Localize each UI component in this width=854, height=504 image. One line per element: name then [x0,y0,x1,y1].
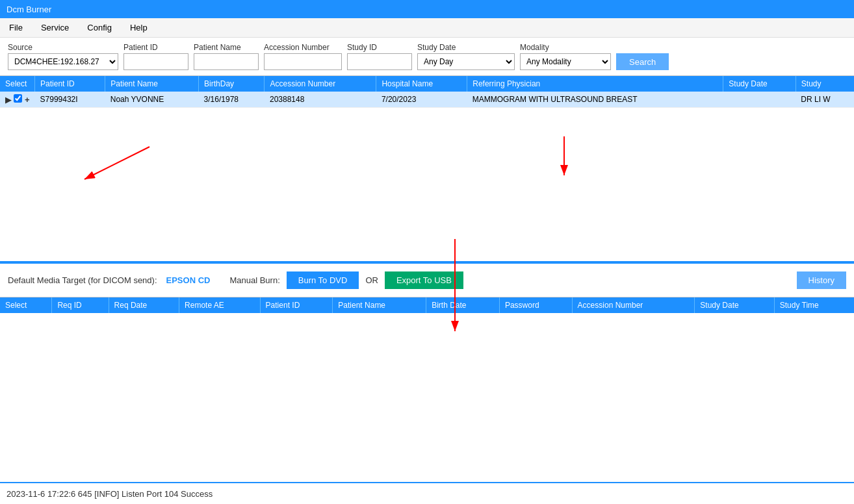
modality-label: Modality [520,43,611,52]
queue-col-select: Select [0,297,52,313]
queue-col-req-id: Req ID [52,297,109,313]
patient-name-label: Patient Name [194,43,259,52]
accession-input[interactable] [264,53,342,70]
queue-col-accession: Accession Number [572,297,695,313]
action-bar: Default Media Target (for DICOM send): E… [0,262,854,297]
manual-burn-label: Manual Burn: [229,275,279,285]
bottom-table-header: Select Req ID Req Date Remote AE Patient… [0,297,854,313]
row-plus: + [25,95,30,105]
epson-cd-link[interactable]: EPSON CD [166,275,211,285]
menu-service[interactable]: Service [37,21,73,34]
source-label: Source [8,43,118,52]
row-checkbox[interactable] [14,95,25,105]
queue-col-patient-id: Patient ID [260,297,333,313]
table-row[interactable]: ▶ + S7999432I Noah YVONNE 3/16/1978 2038… [0,92,854,108]
col-study: Study [796,76,854,92]
patient-name-input[interactable] [194,53,259,70]
status-message: 2023-11-6 17:22:6 645 [INFO] Listen Port… [6,489,213,499]
hospital-cell: 7/20/2023 [376,92,467,108]
menu-config[interactable]: Config [83,21,116,34]
accession-label: Accession Number [264,43,342,52]
study-id-label: Study ID [347,43,412,52]
queue-col-study-date: Study Date [695,297,774,313]
col-birthday: BirthDay [199,76,265,92]
search-button[interactable]: Search [616,53,669,70]
burn-dvd-button[interactable]: Burn To DVD [287,271,359,289]
referring-cell: MAMMOGRAM WITH ULTRASOUND BREAST [467,92,723,108]
modality-select[interactable]: Any Modality CT MR US [520,53,611,70]
col-select: Select [0,76,35,92]
search-panel: Source DCM4CHEE:192.168.27 Patient ID Pa… [0,38,854,76]
study-date-select[interactable]: Any Day Today Yesterday Last 7 Days Last… [417,53,515,70]
birthday-cell: 3/16/1978 [199,92,265,108]
app-title: Dcm Burner [6,5,51,14]
col-patient-name: Patient Name [105,76,199,92]
study-date-cell [723,92,796,108]
queue-col-remote-ae: Remote AE [179,297,261,313]
patient-id-label: Patient ID [123,43,188,52]
menu-help[interactable]: Help [126,21,151,34]
accession-cell: 20388148 [265,92,376,108]
title-bar: Dcm Burner [0,0,854,18]
patient-id-cell: S7999432I [35,92,105,108]
patient-name-cell: Noah YVONNE [105,92,199,108]
queue-col-study-time: Study Time [774,297,854,313]
study-date-label: Study Date [417,43,515,52]
col-hospital: Hospital Name [376,76,467,92]
col-referring: Referring Physician [467,76,723,92]
history-button[interactable]: History [797,271,846,289]
col-accession: Accession Number [265,76,376,92]
or-label: OR [365,275,378,285]
queue-col-req-date: Req Date [109,297,179,313]
status-bar: 2023-11-6 17:22:6 645 [INFO] Listen Port… [0,482,854,504]
study-cell: DR LI W [796,92,854,108]
queue-col-patient-name: Patient Name [333,297,426,313]
top-table-container: Select Patient ID Patient Name BirthDay … [0,76,854,262]
menu-bar: File Service Config Help [0,18,854,38]
queue-col-birth-date: Birth Date [426,297,500,313]
study-id-input[interactable] [347,53,412,70]
patient-id-input[interactable] [123,53,188,70]
export-usb-button[interactable]: Export To USB [385,271,463,289]
queue-col-password: Password [499,297,572,313]
col-patient-id: Patient ID [35,76,105,92]
row-expand-arrow: ▶ [5,95,12,105]
col-study-date: Study Date [723,76,796,92]
default-media-label: Default Media Target (for DICOM send): [8,275,157,285]
menu-file[interactable]: File [5,21,27,34]
bottom-table-container: Select Req ID Req Date Remote AE Patient… [0,297,854,483]
source-select[interactable]: DCM4CHEE:192.168.27 [8,53,118,70]
top-table-header: Select Patient ID Patient Name BirthDay … [0,76,854,92]
row-arrow-cell: ▶ + [0,92,35,108]
